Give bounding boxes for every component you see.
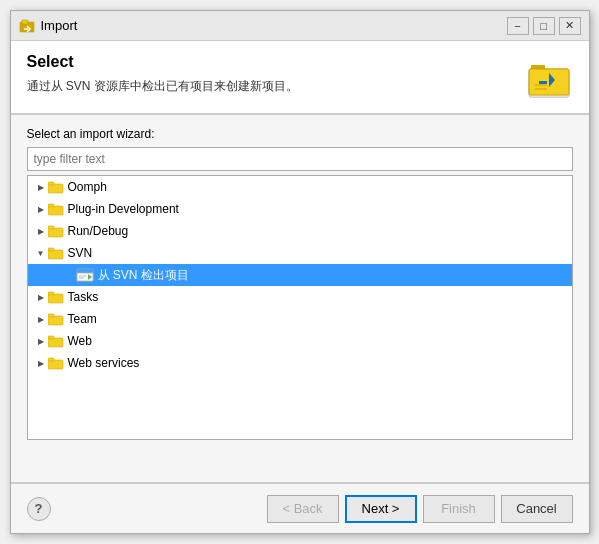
tree-label-tasks: Tasks (68, 290, 99, 304)
tree-label-team: Team (68, 312, 97, 326)
svg-rect-8 (539, 81, 547, 84)
svg-rect-27 (48, 316, 63, 325)
tree-label-oomph: Oomph (68, 180, 107, 194)
wizard-label: Select an import wizard: (27, 127, 573, 141)
tree-item-web-services[interactable]: Web services (28, 352, 572, 374)
folder-icon-webservices (48, 356, 64, 370)
header-icon (525, 53, 573, 101)
folder-icon-web (48, 334, 64, 348)
svg-rect-29 (48, 338, 63, 347)
tree-item-tasks[interactable]: Tasks (28, 286, 572, 308)
svg-rect-14 (48, 204, 54, 207)
svg-rect-1 (22, 20, 28, 24)
folder-icon-team (48, 312, 64, 326)
tree-arrow-webservices (34, 356, 48, 370)
tree-label-web: Web (68, 334, 92, 348)
svg-rect-11 (48, 184, 63, 193)
tree-item-web[interactable]: Web (28, 330, 572, 352)
folder-icon-tasks (48, 290, 64, 304)
title-bar: Import − □ ✕ (11, 11, 589, 41)
restore-button[interactable]: □ (533, 17, 555, 35)
svg-rect-20 (77, 269, 93, 273)
header-description: 通过从 SVN 资源库中检出已有项目来创建新项目。 (27, 77, 515, 95)
folder-icon-plugin (48, 202, 64, 216)
header-title: Select (27, 53, 515, 71)
footer-buttons: < Back Next > Finish Cancel (267, 495, 573, 523)
window-title: Import (41, 18, 507, 33)
tree-item-svn[interactable]: SVN (28, 242, 572, 264)
close-button[interactable]: ✕ (559, 17, 581, 35)
import-dialog: Import − □ ✕ Select 通过从 SVN 资源库中检出已有项目来创… (10, 10, 590, 534)
svg-rect-31 (48, 360, 63, 369)
svg-rect-13 (48, 206, 63, 215)
tree-item-plugin-dev[interactable]: Plug-in Development (28, 198, 572, 220)
folder-icon-oomph (48, 180, 64, 194)
svn-checkout-icon (76, 267, 94, 283)
tree-item-run-debug[interactable]: Run/Debug (28, 220, 572, 242)
help-button[interactable]: ? (27, 497, 51, 521)
svg-rect-32 (48, 358, 54, 361)
tree-label-run: Run/Debug (68, 224, 129, 238)
tree-label-plugin: Plug-in Development (68, 202, 179, 216)
header-section: Select 通过从 SVN 资源库中检出已有项目来创建新项目。 (11, 41, 589, 114)
svg-rect-17 (48, 250, 63, 259)
tree-container[interactable]: Oomph Plug-in Development (27, 175, 573, 440)
minimize-button[interactable]: − (507, 17, 529, 35)
tree-arrow-oomph (34, 180, 48, 194)
svg-rect-25 (48, 294, 63, 303)
svg-rect-28 (48, 314, 54, 317)
cancel-button[interactable]: Cancel (501, 495, 573, 523)
svg-rect-16 (48, 226, 54, 229)
svg-rect-26 (48, 292, 54, 295)
tree-arrow-web (34, 334, 48, 348)
tree-item-svn-checkout[interactable]: 从 SVN 检出项目 (28, 264, 572, 286)
tree-arrow-run (34, 224, 48, 238)
tree-arrow-svn (34, 246, 48, 260)
next-button[interactable]: Next > (345, 495, 417, 523)
filter-input[interactable] (27, 147, 573, 171)
svg-rect-30 (48, 336, 54, 339)
svg-rect-12 (48, 182, 54, 185)
folder-icon-svn (48, 246, 64, 260)
window-controls: − □ ✕ (507, 17, 581, 35)
tree-item-team[interactable]: Team (28, 308, 572, 330)
back-button[interactable]: < Back (267, 495, 339, 523)
content-section: Select an import wizard: Oomph (11, 115, 589, 452)
title-bar-icon (19, 18, 35, 34)
tree-arrow-plugin (34, 202, 48, 216)
folder-icon-run (48, 224, 64, 238)
svg-rect-15 (48, 228, 63, 237)
svg-rect-18 (48, 248, 54, 251)
tree-item-oomph[interactable]: Oomph (28, 176, 572, 198)
tree-label-svn: SVN (68, 246, 93, 260)
tree-label-checkout: 从 SVN 检出项目 (98, 267, 189, 284)
tree-arrow-tasks (34, 290, 48, 304)
tree-arrow-team (34, 312, 48, 326)
spacer (11, 452, 589, 482)
footer-section: ? < Back Next > Finish Cancel (11, 483, 589, 533)
finish-button[interactable]: Finish (423, 495, 495, 523)
tree-label-webservices: Web services (68, 356, 140, 370)
header-text: Select 通过从 SVN 资源库中检出已有项目来创建新项目。 (27, 53, 515, 95)
